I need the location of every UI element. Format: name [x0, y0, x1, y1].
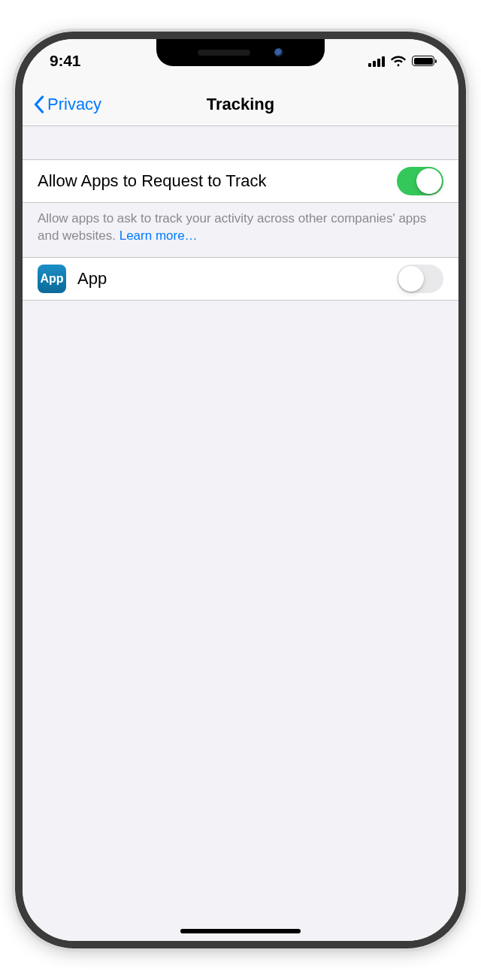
home-indicator[interactable]	[180, 929, 301, 933]
learn-more-link[interactable]: Learn more…	[119, 228, 198, 243]
status-icons	[368, 55, 434, 67]
app-tracking-row: AppApp	[23, 257, 458, 301]
app-tracking-toggle[interactable]	[397, 265, 443, 293]
allow-apps-request-label: Allow Apps to Request to Track	[38, 171, 397, 191]
allow-apps-request-toggle[interactable]	[397, 167, 443, 195]
tracking-footer-text: Allow apps to ask to track your activity…	[38, 211, 426, 243]
chevron-left-icon	[33, 95, 44, 113]
wifi-icon	[390, 55, 407, 67]
back-button[interactable]: Privacy	[27, 83, 107, 126]
phone-frame: 9:41 Privacy Tracking	[15, 32, 466, 948]
app-icon: App	[38, 265, 66, 293]
phone-screen: 9:41 Privacy Tracking	[23, 39, 458, 941]
section-spacer	[23, 126, 458, 159]
front-camera	[274, 48, 283, 57]
content: Allow Apps to Request to Track Allow app…	[23, 126, 458, 941]
app-name-label: App	[77, 269, 397, 289]
back-label: Privacy	[47, 95, 101, 114]
status-time: 9:41	[50, 52, 80, 70]
allow-apps-request-row: Allow Apps to Request to Track	[23, 159, 458, 203]
notch	[156, 39, 325, 66]
battery-icon	[412, 56, 434, 66]
page-title: Tracking	[207, 95, 274, 114]
tracking-footer: Allow apps to ask to track your activity…	[23, 203, 458, 257]
cellular-signal-icon	[368, 56, 385, 67]
earpiece-speaker	[198, 50, 250, 56]
nav-bar: Privacy Tracking	[23, 83, 458, 126]
